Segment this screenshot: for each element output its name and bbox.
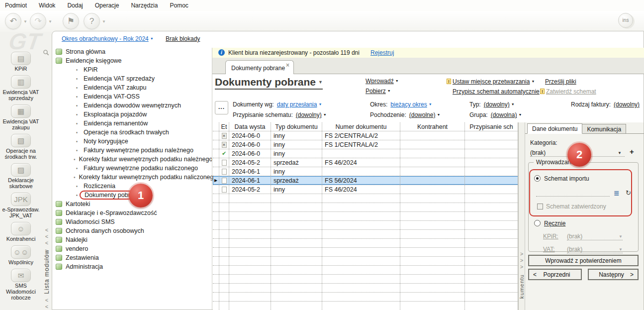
back-dropdown-icon[interactable]: ▼ <box>23 19 27 24</box>
przypisz-schemat-link[interactable]: Przypisz schemat automatycznie <box>453 88 540 95</box>
tree-item-administracja[interactable]: Administracja <box>54 262 211 271</box>
tab-komunikacja[interactable]: Komunikacja <box>582 124 626 134</box>
page-title[interactable]: Dokumenty pobrane▼ <box>215 76 323 90</box>
accounting-period-link[interactable]: Okres obrachunkowy - Rok 2024▼ <box>62 35 154 42</box>
tree-item-naklejki[interactable]: Naklejki <box>54 235 211 244</box>
tree-item-operacje-na-rodkach-trwa-ych[interactable]: •Operacje na środkach trwałych <box>54 128 211 137</box>
menu-item-widok[interactable]: Widok <box>39 2 55 9</box>
forward-button[interactable]: ↷ <box>30 13 46 29</box>
column-header-typ-dokumentu[interactable]: Typ dokumentu <box>271 122 322 131</box>
table-row-empty[interactable] <box>213 194 518 203</box>
table-row-empty[interactable] <box>213 302 518 310</box>
schemat-importu-radio[interactable] <box>534 175 541 182</box>
table-row-empty[interactable] <box>213 230 518 239</box>
table-row-empty[interactable] <box>213 239 518 248</box>
filter-value-dropdown[interactable]: bieżący okres▼ <box>390 101 432 108</box>
vat-value[interactable]: (brak) <box>567 246 582 253</box>
tab-dokumenty-pobrane[interactable]: Dokumenty pobrane × <box>225 60 294 74</box>
tree-item-zestawienia[interactable]: Zestawienia <box>54 253 211 262</box>
module-kpir[interactable]: ▤KPiR <box>11 52 31 72</box>
table-row[interactable]: 2024-05-2sprzedażFS 46/2024 <box>213 158 518 167</box>
tree-item-ewidencja-vat-oss[interactable]: •Ewidencja VAT-OSS <box>54 92 211 101</box>
collapse-chevron-icon[interactable]: < <box>45 240 48 246</box>
add-category-button[interactable]: + <box>630 147 634 156</box>
close-icon[interactable]: × <box>286 62 289 69</box>
table-row-empty[interactable] <box>213 248 518 257</box>
collapse-chevron-icon[interactable]: < <box>45 233 48 240</box>
column-header-data-wysta[interactable]: Data wysta <box>229 122 271 131</box>
tab-dane-dokumentu[interactable]: Dane dokumentu <box>527 123 582 134</box>
tree-item-ewidencje-ksi-gowe[interactable]: Ewidencje księgowe <box>54 56 211 65</box>
module-ewidencja-vat-sprzeda-y[interactable]: ▥Ewidencja VAT sprzedaży <box>3 75 39 101</box>
chevron-down-icon[interactable]: ▼ <box>618 151 622 155</box>
table-row-empty[interactable] <box>213 203 518 212</box>
przeslij-pliki-link[interactable]: Prześlij pliki <box>545 78 576 85</box>
chevron-down-icon[interactable]: ▼ <box>619 234 623 239</box>
module-e-sprawozdaw-jpk-vat[interactable]: JPKe-Sprawozdaw. JPK_VAT <box>2 193 39 218</box>
lock-status-link[interactable]: Brak blokady <box>166 35 200 42</box>
collapse-chevron-icon[interactable]: < <box>45 304 48 310</box>
collapse-chevron-icon[interactable]: > <box>520 257 523 264</box>
tree-item-faktury-wewn-trzne-podatku-nale-nego[interactable]: •Faktury wewnętrzne podatku należnego <box>54 146 211 155</box>
tree-item-ewidencja-remanent-w[interactable]: •Ewidencja remanentów <box>54 119 211 128</box>
zatwierdz-schemat-link[interactable]: !Zatwierdź schemat <box>540 88 596 95</box>
back-button[interactable]: ↶ <box>5 13 21 29</box>
tree-item-korekty-faktur-wewn-trznych-podatku-naliczonego[interactable]: •Korekty faktur wewnętrznych podatku nal… <box>54 173 211 182</box>
column-header-kontrahent[interactable]: Kontrahent <box>400 122 465 131</box>
filter-value-dropdown[interactable]: daty przesłania▼ <box>277 101 322 108</box>
table-row-empty[interactable] <box>213 275 518 284</box>
menu-item-operacje[interactable]: Operacje <box>95 2 119 9</box>
collapse-chevron-icon[interactable]: < <box>45 227 48 233</box>
tree-item-strona-g-wna[interactable]: Strona główna <box>54 47 211 56</box>
table-row-empty[interactable] <box>213 284 518 293</box>
tree-item-ewidencja-dowod-w-wewn-trznych[interactable]: •Ewidencja dowodów wewnętrznych <box>54 101 211 110</box>
menu-item-dodaj[interactable]: Dodaj <box>67 2 83 9</box>
filter-value-dropdown[interactable]: (dowolna)▼ <box>491 111 522 118</box>
help-button[interactable]: ? <box>84 13 100 29</box>
table-row-empty[interactable] <box>213 212 518 221</box>
table-row-empty[interactable] <box>213 257 518 266</box>
table-row-empty[interactable] <box>213 293 518 302</box>
table-row-empty[interactable] <box>213 266 518 275</box>
tree-item-ewidencja-vat-sprzeda-y[interactable]: •Ewidencja VAT sprzedaży <box>54 74 211 83</box>
module-deklaracje-skarbowe[interactable]: ▨Deklaracje skarbowe <box>8 163 34 189</box>
column-header-et[interactable]: Et <box>219 122 229 131</box>
flag-button[interactable]: ⚑ <box>63 13 79 29</box>
table-row[interactable]: 2024-06-1inny <box>213 167 518 176</box>
schemat-field-underline[interactable] <box>536 196 610 197</box>
filter-value-dropdown[interactable]: (dowolny)▼ <box>484 101 515 108</box>
tree-item-kpir[interactable]: •KPiR <box>54 65 211 74</box>
tree-item-deklaracje-i-e-sprawozdawczo[interactable]: Deklaracje i e-Sprawozdawczość <box>54 208 211 217</box>
tree-item-ewidencja-vat-zakupu[interactable]: •Ewidencja VAT zakupu <box>54 83 211 92</box>
table-row[interactable]: 2024-05-2innyFS 46/2024 <box>213 185 518 194</box>
table-row-empty[interactable] <box>213 221 518 230</box>
wprowadz-menu-link[interactable]: Wprowadź▼ <box>366 78 399 85</box>
collapse-chevron-icon[interactable]: > <box>520 264 523 270</box>
more-filters-button[interactable]: ... <box>215 101 228 114</box>
forward-dropdown-icon[interactable]: ▼ <box>48 19 52 24</box>
tree-item-eksploatacja-pojazd-w[interactable]: •Eksploatacja pojazdów <box>54 110 211 119</box>
search-icon[interactable] <box>43 49 49 57</box>
filter-value-dropdown[interactable]: (dowolny) <box>614 101 640 108</box>
tree-item-vendero[interactable]: vendero <box>54 244 211 253</box>
tree-item-faktury-wewn-trzne-podatku-naliczonego[interactable]: •Faktury wewnętrzne podatku naliczonego <box>54 164 211 173</box>
module-operacje-na-rodkach-trw[interactable]: ▧Operacje na środkach trw. <box>5 134 37 160</box>
table-row[interactable]: ▶2024-06-1sprzedażFS 56/2024 <box>213 176 518 185</box>
help-dropdown-icon[interactable]: ▼ <box>102 19 106 24</box>
menu-item-podmiot[interactable]: Podmiot <box>5 2 27 9</box>
wprowadz-z-potwierdzeniem-button[interactable]: Wprowadź z potwierdzeniem <box>528 255 639 266</box>
tree-item-wiadomo-ci-sms[interactable]: Wiadomości SMS <box>54 217 211 226</box>
kpir-value[interactable]: (brak) <box>567 233 582 240</box>
table-row[interactable]: ×2024-06-0innyFS 2/CENTRALA/2 <box>213 131 518 140</box>
collapse-chevron-icon[interactable]: > <box>520 251 523 257</box>
column-header-numer-dokumentu[interactable]: Numer dokumentu <box>322 122 400 131</box>
menu-item-narz-dzia[interactable]: Narzędzia <box>131 2 158 9</box>
chevron-down-icon[interactable]: ▼ <box>619 247 623 252</box>
choose-schema-icon[interactable]: ≣ <box>614 189 620 197</box>
recznie-radio[interactable] <box>534 220 541 226</box>
nastepny-button[interactable]: Następny> <box>588 269 639 280</box>
module-wsp-lnicy[interactable]: ☺☺Wspólnicy <box>8 245 33 265</box>
module-ewidencja-vat-zakupu[interactable]: ▦Ewidencja VAT zakupu <box>3 104 39 130</box>
tree-item-korekty-faktur-wewn-trznych-podatku-nale-nego[interactable]: •Korekty faktur wewnętrznych podatku nal… <box>54 155 211 164</box>
register-link[interactable]: Rejestruj <box>370 49 394 56</box>
